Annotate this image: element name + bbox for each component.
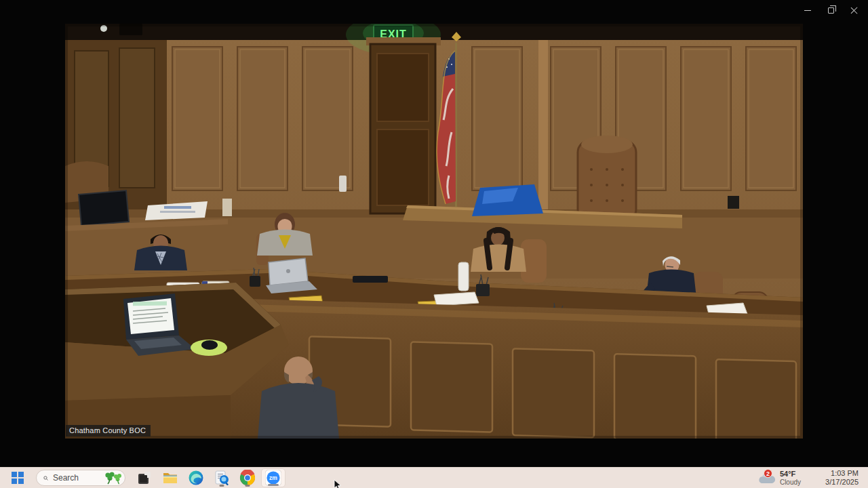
- restore-down-icon: [828, 7, 834, 14]
- participant-name-label: Chatham County BOC: [66, 425, 151, 436]
- running-indicator: [245, 485, 250, 487]
- search-icon: [43, 474, 48, 483]
- judges-chair: [578, 136, 636, 222]
- chrome-button[interactable]: [235, 468, 260, 487]
- time-label: 1:03 PM: [825, 469, 859, 478]
- close-icon: [850, 7, 858, 14]
- file-explorer-button[interactable]: [158, 468, 182, 487]
- window-titlebar: [0, 0, 868, 24]
- notification-badge: 2: [764, 469, 772, 478]
- search-box[interactable]: [36, 470, 125, 486]
- wall-paneling: [172, 37, 796, 214]
- light-switch: [339, 176, 347, 192]
- date-label: 3/17/2025: [825, 478, 859, 487]
- chrome-icon: [239, 470, 256, 486]
- temperature-label: 54°F: [780, 470, 801, 479]
- system-tray: 2 54°F Cloudy 1:03 PM 3/17/2025: [751, 468, 868, 488]
- zoom-button[interactable]: zm: [261, 468, 285, 487]
- task-view-icon: [136, 470, 153, 486]
- task-view-button[interactable]: [132, 468, 157, 487]
- small-card: [222, 199, 232, 216]
- start-button[interactable]: [5, 468, 30, 487]
- video-feed: EXIT: [65, 24, 803, 439]
- document-viewer-icon: [214, 470, 230, 486]
- svg-text:zm: zm: [269, 474, 277, 481]
- windows-logo-icon: [12, 472, 24, 484]
- condition-label: Cloudy: [780, 479, 801, 487]
- computer-mouse: [201, 340, 218, 350]
- door: [366, 37, 441, 214]
- clock[interactable]: 1:03 PM 3/17/2025: [808, 469, 868, 487]
- wall-box: [728, 196, 739, 209]
- edge-icon: [188, 470, 204, 486]
- window-controls: [796, 3, 865, 18]
- meeting-room-scene: EXIT: [65, 24, 803, 439]
- file-explorer-icon: [162, 470, 178, 486]
- running-indicator: [220, 485, 224, 487]
- active-indicator: [268, 484, 279, 486]
- minimize-button[interactable]: [796, 3, 819, 18]
- edge-button[interactable]: [184, 468, 208, 487]
- weather-widget[interactable]: 2 54°F Cloudy: [751, 468, 808, 488]
- document-viewer-button[interactable]: [210, 468, 234, 487]
- taskbar: zm 2 54°F Cloudy 1:03 PM 3/17/2025: [0, 467, 868, 488]
- water-bottle: [458, 262, 469, 291]
- restore-button[interactable]: [819, 3, 842, 18]
- shamrock-icon: [102, 471, 122, 485]
- search-input[interactable]: [53, 473, 102, 483]
- minimize-icon: [804, 10, 811, 11]
- close-button[interactable]: [842, 3, 865, 18]
- dais-monitor: [79, 190, 129, 226]
